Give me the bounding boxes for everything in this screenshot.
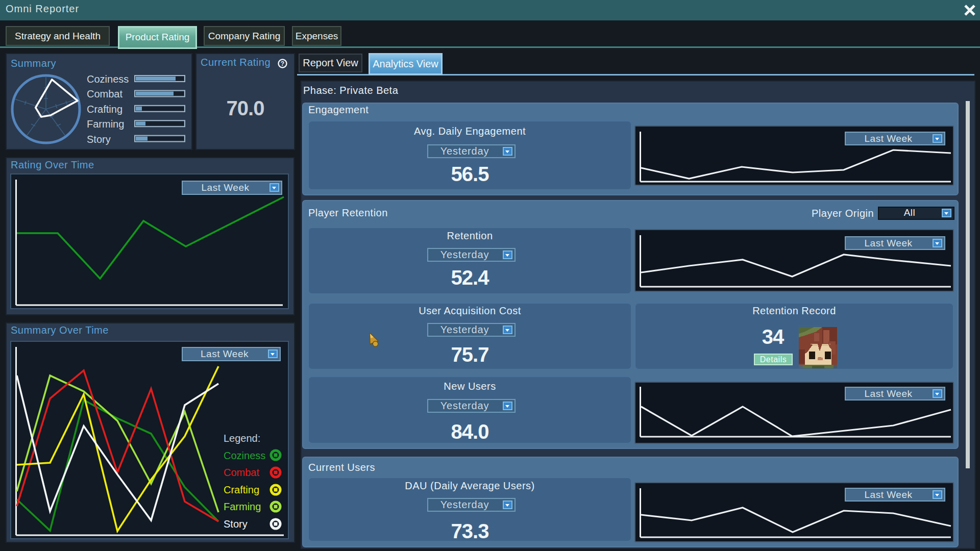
svg-text:?: ? [281, 60, 284, 67]
